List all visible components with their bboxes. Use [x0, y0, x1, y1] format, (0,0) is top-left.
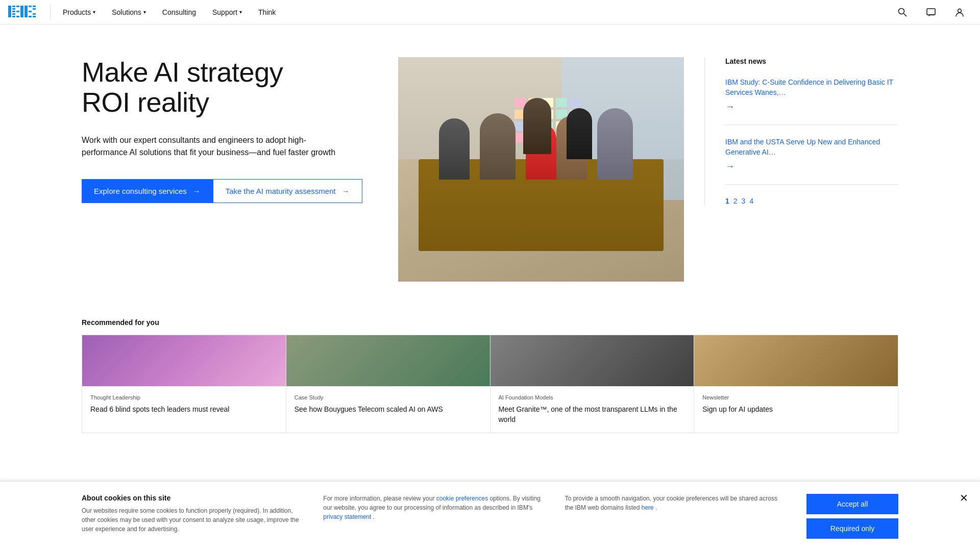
svg-rect-8	[16, 16, 19, 17]
arrow-right-icon[interactable]: →	[725, 161, 734, 171]
cookie-section-1: About cookies on this site Our websites …	[82, 494, 303, 534]
nav-think[interactable]: Think	[250, 0, 284, 24]
privacy-statement-link[interactable]: privacy statement	[323, 513, 371, 520]
card-text-2: See how Bouygues Telecom scaled AI on AW…	[295, 405, 482, 415]
search-icon	[897, 7, 908, 17]
news-link-1[interactable]: IBM Study: C-Suite Confidence in Deliver…	[725, 78, 898, 97]
recommended-title: Recommended for you	[82, 318, 898, 327]
cookie-text-2: For more information, please review your…	[323, 494, 544, 521]
recommended-cards: Thought leadership Read 6 blind spots te…	[82, 335, 898, 433]
news-panel: Latest news IBM Study: C-Suite Confidenc…	[704, 57, 898, 205]
svg-rect-15	[33, 8, 36, 10]
user-icon	[954, 7, 965, 17]
required-only-button[interactable]: Required only	[806, 518, 898, 539]
cookie-section-2: For more information, please review your…	[323, 494, 544, 521]
svg-rect-11	[29, 6, 32, 7]
cookie-domains-link[interactable]: here	[642, 504, 654, 511]
nav-menu: Products ▾ Solutions ▾ Consulting Suppor…	[55, 0, 890, 24]
chevron-down-icon: ▾	[93, 9, 95, 15]
rec-card-4[interactable]: Newsletter Sign up for AI updates	[694, 335, 898, 433]
arrow-right-icon: →	[193, 187, 201, 195]
svg-rect-4	[12, 13, 15, 15]
user-button[interactable]	[947, 0, 972, 24]
svg-rect-6	[16, 6, 19, 7]
svg-rect-12	[29, 11, 32, 12]
hero-image	[398, 57, 684, 282]
card-text-3: Meet Granite™, one of the most transpare…	[499, 405, 686, 424]
cookie-buttons: Accept all Required only	[806, 494, 898, 539]
svg-rect-14	[33, 6, 36, 7]
hero-subtitle: Work with our expert consultants and eng…	[82, 134, 337, 159]
svg-rect-5	[12, 16, 15, 17]
nav-divider	[50, 4, 51, 20]
svg-rect-17	[33, 16, 36, 17]
main-content: Make AI strategy ROI reality Work with o…	[0, 24, 980, 302]
page-4[interactable]: 4	[749, 197, 753, 205]
hero-title: Make AI strategy ROI reality	[82, 57, 378, 118]
nav-products[interactable]: Products ▾	[55, 0, 104, 24]
cookie-text-1: Our websites require some cookies to fun…	[82, 506, 303, 534]
accept-all-button[interactable]: Accept all	[806, 494, 898, 514]
svg-point-21	[958, 9, 962, 12]
svg-rect-16	[33, 13, 36, 15]
svg-rect-7	[16, 11, 19, 12]
card-tag-1: Thought leadership	[90, 394, 278, 400]
maturity-assessment-button[interactable]: Take the AI maturity assessment →	[213, 179, 362, 203]
rec-card-1[interactable]: Thought leadership Read 6 blind spots te…	[82, 335, 286, 433]
rec-card-2[interactable]: Case study See how Bouygues Telecom scal…	[286, 335, 491, 433]
news-link-2[interactable]: IBM and the USTA Serve Up New and Enhanc…	[725, 137, 898, 157]
search-button[interactable]	[890, 0, 915, 24]
card-tag-2: Case study	[295, 394, 482, 400]
recommended-section: Recommended for you Thought leadership R…	[0, 302, 980, 449]
cookie-preferences-link[interactable]: cookie preferences	[436, 495, 488, 502]
arrow-right-icon[interactable]: →	[725, 102, 734, 112]
chat-icon	[926, 7, 936, 17]
svg-rect-0	[8, 6, 11, 17]
card-image-4	[694, 335, 898, 386]
card-tag-3: AI foundation models	[499, 394, 686, 400]
card-tag-4: Newsletter	[702, 394, 890, 400]
nav-solutions[interactable]: Solutions ▾	[104, 0, 154, 24]
svg-line-19	[904, 13, 907, 16]
card-text-1: Read 6 blind spots tech leaders must rev…	[90, 405, 278, 415]
svg-rect-13	[29, 16, 32, 17]
news-item-2: IBM and the USTA Serve Up New and Enhanc…	[725, 137, 898, 185]
card-image-3	[491, 335, 694, 386]
svg-rect-10	[24, 6, 28, 17]
cookie-title: About cookies on this site	[82, 494, 303, 502]
page-1[interactable]: 1	[725, 197, 729, 205]
card-image-2	[286, 335, 490, 386]
svg-point-18	[899, 8, 904, 14]
svg-rect-2	[12, 8, 15, 10]
svg-rect-20	[927, 9, 935, 15]
meeting-photo	[398, 57, 684, 282]
cookie-banner: ✕ About cookies on this site Our website…	[0, 481, 980, 551]
chevron-down-icon: ▾	[143, 9, 146, 15]
chat-button[interactable]	[919, 0, 943, 24]
svg-rect-1	[12, 6, 15, 7]
news-pagination: 1 2 3 4	[725, 197, 898, 205]
nav-consulting[interactable]: Consulting	[154, 0, 204, 24]
ibm-logo[interactable]	[8, 6, 38, 19]
news-item-1: IBM Study: C-Suite Confidence in Deliver…	[725, 78, 898, 125]
chevron-down-icon: ▾	[239, 9, 242, 15]
page-2[interactable]: 2	[733, 197, 738, 205]
nav-support[interactable]: Support ▾	[204, 0, 250, 24]
cookie-section-3: To provide a smooth navigation, your coo…	[565, 494, 786, 512]
card-text-4: Sign up for AI updates	[702, 405, 890, 415]
card-image-1	[82, 335, 286, 386]
hero-text: Make AI strategy ROI reality Work with o…	[82, 57, 378, 203]
news-section-title: Latest news	[725, 57, 898, 65]
cookie-close-button[interactable]: ✕	[955, 490, 972, 506]
nav-actions	[890, 0, 972, 24]
explore-consulting-button[interactable]: Explore consulting services →	[82, 179, 213, 203]
arrow-right-icon: →	[342, 187, 350, 195]
rec-card-3[interactable]: AI foundation models Meet Granite™, one …	[491, 335, 695, 433]
svg-rect-9	[20, 6, 23, 17]
cookie-text-3: To provide a smooth navigation, your coo…	[565, 494, 786, 512]
hero-cta-group: Explore consulting services → Take the A…	[82, 179, 378, 203]
navigation: Products ▾ Solutions ▾ Consulting Suppor…	[0, 0, 980, 24]
page-3[interactable]: 3	[742, 197, 746, 205]
svg-rect-3	[12, 11, 15, 12]
